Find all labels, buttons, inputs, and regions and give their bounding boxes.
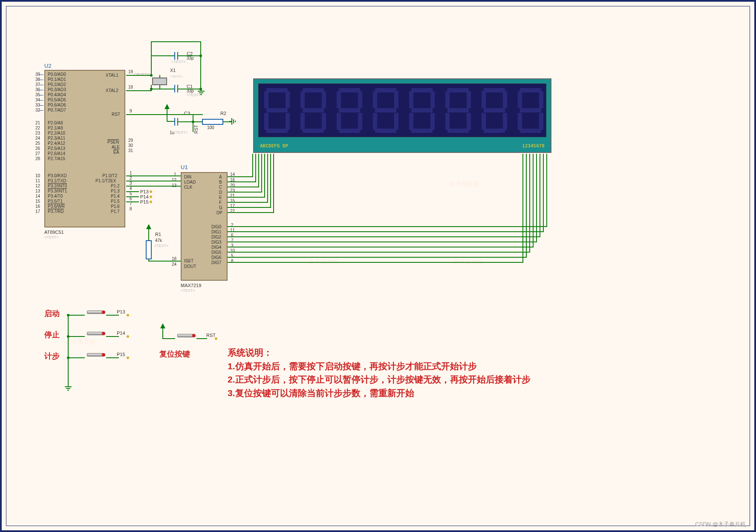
wire [167,121,174,122]
pin-num: 25 [35,141,40,146]
pin-label: P3.1/TXD [48,178,66,183]
pin-num: 1 [130,171,132,175]
pin-label: P2.0/A8 [48,121,63,125]
wire [228,236,540,237]
pin-tick [39,90,43,90]
net-terminal [215,337,217,340]
pin-label: DIG6 [211,255,221,260]
pin-label: P0.3/AD3 [48,87,66,92]
r2-val: 100 [207,125,214,130]
power-vcc-icon [160,323,165,328]
net-terminal [127,357,129,359]
junction [67,314,69,316]
pin-num: 11 [35,178,40,183]
wire [151,55,174,56]
digit-3 [335,86,364,135]
pin-label: P2.6/A14 [48,151,65,156]
pin-label: P1.0/T2 [102,173,117,178]
c2-text: <TEXT> [171,60,186,64]
wire [261,154,262,193]
net-p14-btn: P14 [117,331,125,336]
pin-label: EA [113,150,119,155]
wire [529,154,530,253]
wire [533,154,534,247]
junction [199,55,202,57]
pin-label: P1.7 [111,209,120,214]
pin-label: P0.6/AD6 [48,103,66,107]
wire [162,328,163,339]
pin-label: P2.1/A9 [48,126,63,130]
c3-text: <TEXT> [173,130,188,135]
pin-num: 12 [172,178,176,182]
wire [255,154,256,182]
pin-label: ALE [112,145,120,150]
pin-num: 24 [35,136,40,141]
junction [150,88,153,90]
pin-num: 16 [35,204,40,209]
wire [267,154,268,203]
wire [228,202,268,203]
wire [196,338,207,339]
pin-label: DIN [184,175,191,179]
digit-4 [371,86,401,135]
u1-ref: U1 [181,164,188,170]
wire [540,154,540,237]
button-reset[interactable] [175,332,196,340]
wire [178,121,202,122]
wire [68,336,85,337]
wire [106,315,119,316]
power-vcc-icon [164,104,170,109]
wire [264,154,265,198]
pin-tick [39,105,43,106]
pin-label: DIG5 [211,250,221,255]
wire [258,154,259,187]
power-vcc-icon [146,224,151,229]
pin-label: A [219,175,222,179]
pin-num: 30 [128,143,133,148]
pin-label: DIG3 [211,240,221,244]
pin-label: DIG1 [211,230,221,234]
wire [159,75,160,78]
pin-num: 8 [130,207,132,211]
pin-num: 9 [130,109,132,113]
x1-text: <TEXT> [170,75,183,78]
pin-label: P3.6/WR [48,204,65,209]
button-start[interactable] [85,308,106,317]
junction [150,74,153,77]
pin-label: P0.0/AD0 [48,72,66,77]
net-rst: RST [194,125,199,134]
wire [228,226,547,227]
pin-label: E [219,195,222,200]
pin-tick [39,100,43,101]
pin-label: P2.4/A12 [48,141,65,146]
net-p15-btn: P15 [117,352,125,357]
net-p14: P14 [140,194,149,199]
pin-label: P3.0/RXD [48,173,66,178]
ground-icon [229,118,236,126]
pin-num: 4 [130,186,132,191]
button-stop[interactable] [85,330,106,338]
net-terminal [127,335,129,338]
pin-label: DIG2 [211,235,221,239]
pin-num: 18 [128,85,133,89]
pin-label: P0.2/AD2 [48,82,66,87]
pin-tick [39,75,43,75]
wire [228,212,274,213]
u1-part: MAX7219 [181,283,201,288]
wire [228,192,262,193]
btn-reset-label: 复位按键 [159,349,190,359]
wire [148,261,181,262]
wire [126,75,152,76]
pin-label: ISET [184,259,193,263]
net-terminal [150,190,152,193]
net-terminal [150,196,152,198]
pin-label: DP [216,210,222,215]
pin-label: XTAL1 [106,73,118,78]
junction [67,357,69,359]
wire [543,154,544,232]
pin-tick [39,80,43,80]
wire [151,41,201,42]
net-p13-btn: P13 [117,309,125,314]
button-step[interactable] [85,351,106,359]
wire [228,176,253,177]
